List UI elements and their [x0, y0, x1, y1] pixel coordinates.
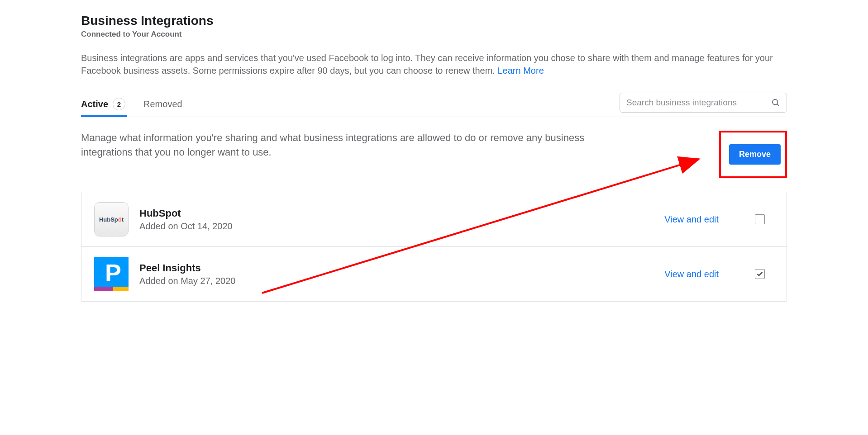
- search-box[interactable]: [620, 93, 787, 113]
- page-title: Business Integrations: [81, 14, 787, 28]
- integration-list: HubSpöt HubSpot Added on Oct 14, 2020 Vi…: [81, 192, 787, 302]
- learn-more-link[interactable]: Learn More: [497, 66, 544, 76]
- remove-button[interactable]: Remove: [729, 144, 781, 165]
- tabs: Active 2 Removed: [81, 92, 182, 117]
- hubspot-app-icon: HubSpöt: [94, 202, 129, 236]
- tabs-row: Active 2 Removed: [81, 92, 787, 117]
- tab-active-count-badge: 2: [113, 98, 125, 110]
- tab-active-label: Active: [81, 99, 108, 109]
- svg-line-1: [777, 104, 779, 106]
- description-text: Business integrations are apps and servi…: [81, 52, 787, 77]
- view-and-edit-link[interactable]: View and edit: [664, 269, 719, 279]
- check-icon: [756, 270, 763, 278]
- select-checkbox[interactable]: [755, 269, 765, 279]
- tab-removed[interactable]: Removed: [143, 92, 182, 117]
- view-and-edit-link[interactable]: View and edit: [664, 214, 719, 225]
- manage-description: Manage what information you're sharing a…: [81, 131, 615, 160]
- app-name: Peel Insights: [139, 262, 653, 274]
- hubspot-logo-text: HubSpöt: [99, 216, 124, 223]
- manage-row: Manage what information you're sharing a…: [81, 131, 787, 178]
- peel-logo-stripe: [94, 287, 129, 291]
- svg-point-0: [773, 99, 778, 105]
- tab-removed-label: Removed: [143, 99, 182, 109]
- peel-app-icon: P: [94, 257, 129, 291]
- select-checkbox[interactable]: [755, 214, 765, 224]
- integration-row-peel: P Peel Insights Added on May 27, 2020 Vi…: [81, 247, 787, 301]
- tab-active[interactable]: Active 2: [81, 92, 125, 117]
- app-info: HubSpot Added on Oct 14, 2020: [139, 208, 653, 232]
- page-subtitle: Connected to Your Account: [81, 30, 787, 39]
- app-name: HubSpot: [139, 208, 653, 219]
- description-body: Business integrations are apps and servi…: [81, 53, 773, 76]
- app-info: Peel Insights Added on May 27, 2020: [139, 262, 653, 286]
- integration-row-hubspot: HubSpöt HubSpot Added on Oct 14, 2020 Vi…: [81, 192, 787, 247]
- app-added-date: Added on May 27, 2020: [139, 276, 653, 286]
- annotation-highlight-box: Remove: [719, 131, 787, 178]
- search-icon: [771, 98, 780, 107]
- app-added-date: Added on Oct 14, 2020: [139, 221, 653, 232]
- peel-logo-letter: P: [105, 259, 121, 287]
- search-input[interactable]: [626, 98, 767, 108]
